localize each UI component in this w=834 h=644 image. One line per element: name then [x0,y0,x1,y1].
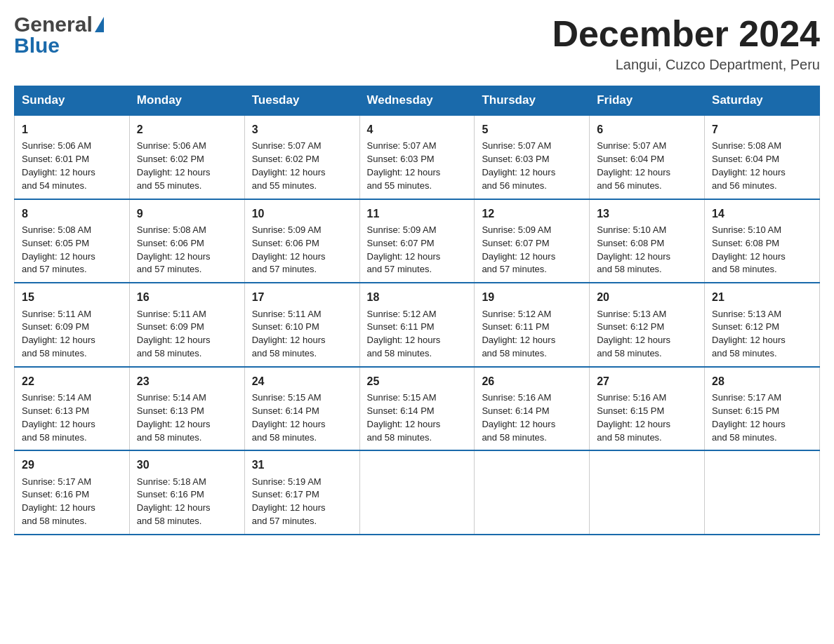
day-number: 31 [252,457,352,473]
header-cell-monday: Monday [129,86,244,116]
day-cell: 21Sunrise: 5:13 AMSunset: 6:12 PMDayligh… [705,283,820,367]
day-cell: 13Sunrise: 5:10 AMSunset: 6:08 PMDayligh… [590,199,705,283]
day-cell: 18Sunrise: 5:12 AMSunset: 6:11 PMDayligh… [359,283,475,367]
day-cell [475,450,590,535]
day-number: 25 [367,373,468,389]
day-number: 21 [712,289,812,305]
day-cell: 24Sunrise: 5:15 AMSunset: 6:14 PMDayligh… [244,367,359,451]
header-cell-tuesday: Tuesday [244,86,359,116]
header-cell-wednesday: Wednesday [359,86,475,116]
calendar-table: SundayMondayTuesdayWednesdayThursdayFrid… [14,86,820,535]
day-cell: 1Sunrise: 5:06 AMSunset: 6:01 PMDaylight… [15,115,130,199]
day-cell: 6Sunrise: 5:07 AMSunset: 6:04 PMDaylight… [590,115,705,199]
day-number: 12 [482,206,582,222]
day-number: 5 [482,121,582,137]
day-number: 30 [137,457,237,473]
day-cell: 15Sunrise: 5:11 AMSunset: 6:09 PMDayligh… [15,283,130,367]
day-number: 22 [22,373,122,389]
day-number: 11 [367,206,468,222]
day-cell: 31Sunrise: 5:19 AMSunset: 6:17 PMDayligh… [244,450,359,535]
day-number: 6 [597,121,697,137]
location-title: Langui, Cuzco Department, Peru [552,57,820,73]
month-title: December 2024 [552,14,820,54]
page-header: General Blue December 2024 Langui, Cuzco… [14,14,820,73]
day-cell: 5Sunrise: 5:07 AMSunset: 6:03 PMDaylight… [475,115,590,199]
day-number: 29 [22,457,122,473]
day-number: 9 [137,206,237,222]
day-number: 19 [482,289,582,305]
week-row-2: 8Sunrise: 5:08 AMSunset: 6:05 PMDaylight… [15,199,820,283]
week-row-5: 29Sunrise: 5:17 AMSunset: 6:16 PMDayligh… [15,450,820,535]
day-cell: 8Sunrise: 5:08 AMSunset: 6:05 PMDaylight… [15,199,130,283]
day-cell: 17Sunrise: 5:11 AMSunset: 6:10 PMDayligh… [244,283,359,367]
day-cell: 3Sunrise: 5:07 AMSunset: 6:02 PMDaylight… [244,115,359,199]
day-number: 15 [22,289,122,305]
title-area: December 2024 Langui, Cuzco Department, … [552,14,820,73]
day-number: 26 [482,373,582,389]
day-number: 17 [252,289,352,305]
header-cell-saturday: Saturday [705,86,820,116]
day-number: 14 [712,206,812,222]
day-number: 24 [252,373,352,389]
day-cell: 16Sunrise: 5:11 AMSunset: 6:09 PMDayligh… [129,283,244,367]
day-cell: 25Sunrise: 5:15 AMSunset: 6:14 PMDayligh… [359,367,475,451]
day-number: 13 [597,206,697,222]
week-row-4: 22Sunrise: 5:14 AMSunset: 6:13 PMDayligh… [15,367,820,451]
day-number: 20 [597,289,697,305]
day-cell [590,450,705,535]
day-cell: 2Sunrise: 5:06 AMSunset: 6:02 PMDaylight… [129,115,244,199]
day-cell: 11Sunrise: 5:09 AMSunset: 6:07 PMDayligh… [359,199,475,283]
header-cell-thursday: Thursday [475,86,590,116]
day-number: 28 [712,373,812,389]
day-cell [359,450,475,535]
day-cell [705,450,820,535]
week-row-3: 15Sunrise: 5:11 AMSunset: 6:09 PMDayligh… [15,283,820,367]
day-cell: 10Sunrise: 5:09 AMSunset: 6:06 PMDayligh… [244,199,359,283]
day-cell: 29Sunrise: 5:17 AMSunset: 6:16 PMDayligh… [15,450,130,535]
day-cell: 4Sunrise: 5:07 AMSunset: 6:03 PMDaylight… [359,115,475,199]
day-cell: 19Sunrise: 5:12 AMSunset: 6:11 PMDayligh… [475,283,590,367]
day-cell: 20Sunrise: 5:13 AMSunset: 6:12 PMDayligh… [590,283,705,367]
logo: General Blue [14,14,104,56]
day-number: 4 [367,121,468,137]
day-cell: 27Sunrise: 5:16 AMSunset: 6:15 PMDayligh… [590,367,705,451]
day-cell: 7Sunrise: 5:08 AMSunset: 6:04 PMDaylight… [705,115,820,199]
day-cell: 30Sunrise: 5:18 AMSunset: 6:16 PMDayligh… [129,450,244,535]
day-number: 8 [22,206,122,222]
logo-general-text: General [14,14,93,35]
header-cell-friday: Friday [590,86,705,116]
week-row-1: 1Sunrise: 5:06 AMSunset: 6:01 PMDaylight… [15,115,820,199]
day-number: 16 [137,289,237,305]
day-number: 27 [597,373,697,389]
day-cell: 12Sunrise: 5:09 AMSunset: 6:07 PMDayligh… [475,199,590,283]
day-cell: 23Sunrise: 5:14 AMSunset: 6:13 PMDayligh… [129,367,244,451]
day-cell: 14Sunrise: 5:10 AMSunset: 6:08 PMDayligh… [705,199,820,283]
header-row: SundayMondayTuesdayWednesdayThursdayFrid… [15,86,820,116]
day-cell: 28Sunrise: 5:17 AMSunset: 6:15 PMDayligh… [705,367,820,451]
day-cell: 9Sunrise: 5:08 AMSunset: 6:06 PMDaylight… [129,199,244,283]
day-cell: 26Sunrise: 5:16 AMSunset: 6:14 PMDayligh… [475,367,590,451]
day-number: 10 [252,206,352,222]
day-number: 1 [22,121,122,137]
day-number: 23 [137,373,237,389]
logo-triangle-icon [95,17,104,32]
day-cell: 22Sunrise: 5:14 AMSunset: 6:13 PMDayligh… [15,367,130,451]
day-number: 18 [367,289,468,305]
day-number: 3 [252,121,352,137]
day-number: 2 [137,121,237,137]
day-number: 7 [712,121,812,137]
logo-blue-text: Blue [14,35,60,56]
header-cell-sunday: Sunday [15,86,130,116]
